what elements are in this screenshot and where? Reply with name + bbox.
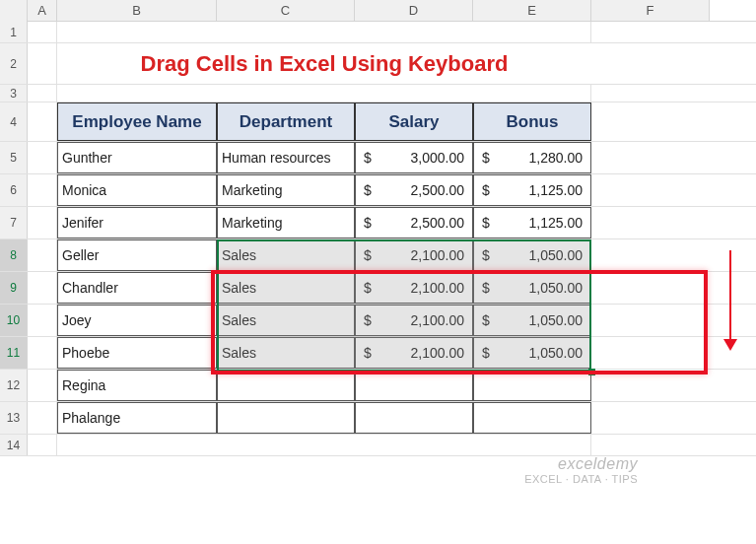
page-title: Drag Cells in Excel Using Keyboard: [57, 43, 591, 84]
cell-B5[interactable]: Gunther: [57, 142, 217, 173]
cell-B10[interactable]: Joey: [57, 305, 217, 336]
header-bonus[interactable]: Bonus: [473, 102, 591, 141]
cell-E11[interactable]: $1,050.00: [473, 337, 591, 369]
col-header-E[interactable]: E: [473, 0, 591, 21]
cell-A12[interactable]: [28, 370, 57, 401]
cell-A10[interactable]: [28, 305, 57, 336]
col-header-F[interactable]: F: [591, 0, 710, 21]
cell-C11[interactable]: Sales: [217, 337, 355, 369]
header-department[interactable]: Department: [217, 102, 355, 141]
cell-E7[interactable]: $1,125.00: [473, 207, 591, 238]
row-header-4[interactable]: 4: [0, 102, 28, 141]
cell-D10[interactable]: $2,100.00: [355, 305, 473, 336]
cell-E13[interactable]: [473, 402, 591, 434]
cell-A5[interactable]: [28, 142, 57, 173]
row-header-13[interactable]: 13: [0, 402, 28, 434]
cell-B6[interactable]: Monica: [57, 174, 217, 206]
cell-D11[interactable]: $2,100.00: [355, 337, 473, 369]
cell-D9[interactable]: $2,100.00: [355, 272, 473, 304]
cell-C8[interactable]: Sales: [217, 239, 355, 271]
row-header-6[interactable]: 6: [0, 174, 28, 206]
cell-C13[interactable]: [217, 402, 355, 434]
cell-A3[interactable]: [28, 85, 57, 102]
row-header-3[interactable]: 3: [0, 85, 28, 102]
cell-D13[interactable]: [355, 402, 473, 434]
cell-A7[interactable]: [28, 207, 57, 238]
cell-B8[interactable]: Geller: [57, 239, 217, 271]
col-header-C[interactable]: C: [217, 0, 355, 21]
cell-C6[interactable]: Marketing: [217, 174, 355, 206]
watermark: exceldemy EXCEL · DATA · TIPS: [524, 455, 638, 485]
row-header-11[interactable]: 11: [0, 337, 28, 369]
cell-C5[interactable]: Human resources: [217, 142, 355, 173]
cell-C7[interactable]: Marketing: [217, 207, 355, 238]
row-header-9[interactable]: 9: [0, 272, 28, 304]
cell-D6[interactable]: $2,500.00: [355, 174, 473, 206]
cell-E10[interactable]: $1,050.00: [473, 305, 591, 336]
cell-B14[interactable]: [57, 435, 591, 455]
select-all-corner[interactable]: [0, 0, 28, 22]
cell-A1[interactable]: [28, 22, 57, 42]
cell-A9[interactable]: [28, 272, 57, 304]
col-header-A[interactable]: A: [28, 0, 57, 21]
col-header-D[interactable]: D: [355, 0, 473, 21]
cell-A2[interactable]: [28, 43, 57, 84]
cell-A4[interactable]: [28, 102, 57, 141]
cell-E12[interactable]: [473, 370, 591, 401]
row-header-14[interactable]: 14: [0, 435, 28, 455]
cell-D7[interactable]: $2,500.00: [355, 207, 473, 238]
cell-B1[interactable]: [57, 22, 591, 42]
cell-D12[interactable]: [355, 370, 473, 401]
cell-A8[interactable]: [28, 239, 57, 271]
cell-B9[interactable]: Chandler: [57, 272, 217, 304]
cell-B11[interactable]: Phoebe: [57, 337, 217, 369]
cell-C10[interactable]: Sales: [217, 305, 355, 336]
row-header-1[interactable]: 1: [0, 22, 28, 42]
cell-C9[interactable]: Sales: [217, 272, 355, 304]
cell-B3[interactable]: [57, 85, 591, 102]
cell-A6[interactable]: [28, 174, 57, 206]
col-header-B[interactable]: B: [57, 0, 217, 21]
cell-A11[interactable]: [28, 337, 57, 369]
cell-B12[interactable]: Regina: [57, 370, 217, 401]
row-header-8[interactable]: 8: [0, 239, 28, 271]
column-header-row: A B C D E F: [0, 0, 756, 22]
row-header-7[interactable]: 7: [0, 207, 28, 238]
cell-E6[interactable]: $1,125.00: [473, 174, 591, 206]
row-header-5[interactable]: 5: [0, 142, 28, 173]
cell-D8[interactable]: $2,100.00: [355, 239, 473, 271]
row-header-12[interactable]: 12: [0, 370, 28, 401]
cell-E5[interactable]: $1,280.00: [473, 142, 591, 173]
header-employee-name[interactable]: Employee Name: [57, 102, 217, 141]
cell-E8[interactable]: $1,050.00: [473, 239, 591, 271]
cell-E9[interactable]: $1,050.00: [473, 272, 591, 304]
cell-D5[interactable]: $3,000.00: [355, 142, 473, 173]
cell-A13[interactable]: [28, 402, 57, 434]
cell-A14[interactable]: [28, 435, 57, 455]
cell-C12[interactable]: [217, 370, 355, 401]
cell-B13[interactable]: Phalange: [57, 402, 217, 434]
watermark-brand: exceldemy: [524, 455, 638, 473]
row-header-2[interactable]: 2: [0, 43, 28, 84]
row-header-10[interactable]: 10: [0, 305, 28, 336]
cell-B7[interactable]: Jenifer: [57, 207, 217, 238]
watermark-tag: EXCEL · DATA · TIPS: [524, 473, 638, 485]
header-salary[interactable]: Salary: [355, 102, 473, 141]
